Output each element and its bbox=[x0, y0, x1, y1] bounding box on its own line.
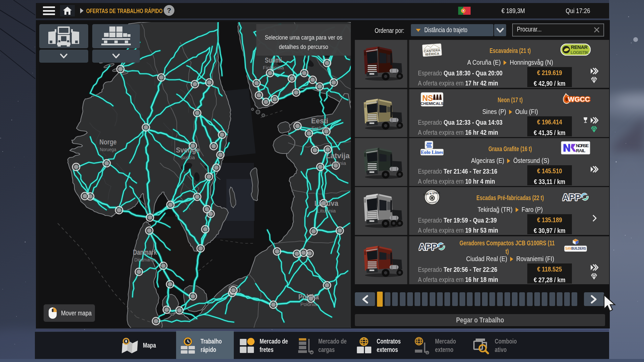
svg-text:Estônia: Estônia bbox=[312, 125, 328, 131]
svg-text:Latvija: Latvija bbox=[326, 152, 350, 160]
svg-text:Lietuva: Lietuva bbox=[315, 199, 339, 207]
svg-text:Sverige: Sverige bbox=[176, 146, 200, 154]
svg-text:Eesti: Eesti bbox=[311, 117, 328, 125]
svg-text:Finlândia: Finlândia bbox=[263, 65, 284, 70]
svg-text:Norge: Norge bbox=[100, 138, 117, 146]
svg-text:Polônia: Polônia bbox=[301, 301, 317, 307]
svg-text:Polska: Polska bbox=[299, 293, 319, 301]
svg-text:Danmark: Danmark bbox=[133, 248, 157, 256]
svg-text:Letônia: Letônia bbox=[330, 160, 346, 166]
svg-text:Lituânia: Lituânia bbox=[317, 208, 336, 214]
svg-text:Suécia: Suécia bbox=[181, 155, 195, 160]
svg-text:Dinamarca: Dinamarca bbox=[135, 257, 156, 262]
svg-text:Suomi: Suomi bbox=[265, 56, 282, 64]
svg-text:Noruega: Noruega bbox=[100, 146, 117, 152]
svg-text:APP: APP bbox=[419, 242, 437, 252]
svg-text:SANBUILDERS: SANBUILDERS bbox=[565, 246, 586, 250]
